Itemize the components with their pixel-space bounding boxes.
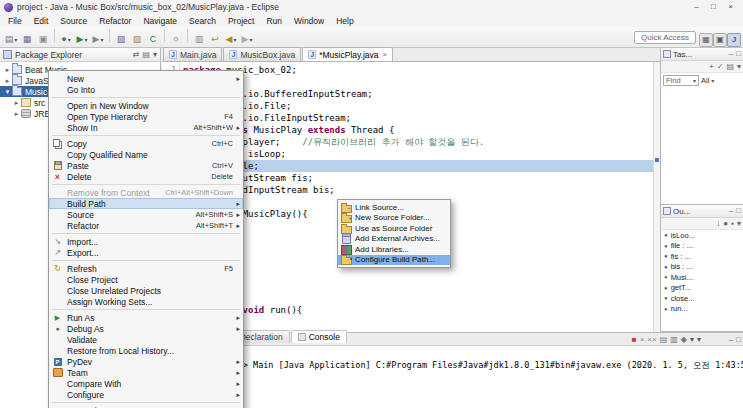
maximize-icon[interactable]: □ bbox=[736, 50, 741, 58]
link-with-editor-icon[interactable]: ⇄ bbox=[133, 51, 140, 59]
menubar-item-search[interactable]: Search bbox=[183, 16, 222, 26]
search-icon[interactable]: ○ bbox=[169, 32, 183, 47]
menu-item-run-as[interactable]: Run As▸ bbox=[49, 312, 243, 323]
run-external-icon[interactable]: ▶▾ bbox=[91, 32, 105, 47]
terminate-icon[interactable]: ■ bbox=[632, 336, 637, 344]
new-task-icon[interactable]: + bbox=[709, 63, 714, 71]
outline-item[interactable]: ●file : ... bbox=[661, 241, 743, 252]
menu-item-import[interactable]: Import... bbox=[49, 236, 243, 247]
menu-item-refresh[interactable]: RefreshF5 bbox=[49, 263, 243, 274]
minimize-icon[interactable]: – bbox=[729, 336, 733, 344]
menubar-item-help[interactable]: Help bbox=[330, 16, 359, 26]
last-edit-location-icon[interactable]: ↩ bbox=[208, 32, 222, 47]
menu-item-compare-with[interactable]: Compare With▸ bbox=[49, 378, 243, 389]
menubar-item-edit[interactable]: Edit bbox=[28, 16, 55, 26]
expand-arrow-icon[interactable]: ▸ bbox=[12, 110, 21, 118]
editor-tab-musicbox-java[interactable]: JMusicBox.java bbox=[223, 47, 301, 61]
maximize-icon[interactable]: □ bbox=[736, 207, 741, 215]
minimize-icon[interactable]: – bbox=[729, 207, 733, 215]
menubar-item-run[interactable]: Run bbox=[260, 16, 288, 26]
submenu-item-link-source[interactable]: →Link Source... bbox=[338, 202, 450, 213]
expand-arrow-icon[interactable]: ▸ bbox=[3, 77, 12, 85]
outline-header[interactable]: Ou... –□ bbox=[661, 205, 743, 218]
menu-item-configure[interactable]: Configure▸ bbox=[49, 389, 243, 400]
outline-item[interactable]: ●bis : ... bbox=[661, 262, 743, 273]
scroll-lock-icon[interactable]: ▥ bbox=[670, 336, 678, 344]
menu-item-copy-qualified-name[interactable]: Copy Qualified Name bbox=[49, 149, 243, 160]
minimize-icon[interactable]: – bbox=[729, 50, 733, 58]
hide-fields-icon[interactable]: ● bbox=[723, 220, 728, 228]
outline-item[interactable]: ●fis : ... bbox=[661, 251, 743, 262]
menu-item-close-project[interactable]: Close Project bbox=[49, 274, 243, 285]
overview-ruler[interactable] bbox=[653, 62, 660, 332]
clear-console-icon[interactable]: ▤ bbox=[660, 336, 668, 344]
run-icon[interactable]: ▶▾ bbox=[75, 32, 89, 47]
save-icon[interactable]: ▦ bbox=[20, 32, 34, 47]
open-console-icon[interactable]: ▾ bbox=[697, 336, 701, 344]
back-icon[interactable]: ◀▾ bbox=[224, 32, 238, 47]
editor-tab-main-java[interactable]: JMain.java bbox=[163, 47, 222, 61]
menubar-item-project[interactable]: Project bbox=[222, 16, 260, 26]
close-tab-icon[interactable]: × bbox=[383, 50, 388, 59]
menu-item-refactor[interactable]: RefactorAlt+Shift+T▸ bbox=[49, 220, 243, 231]
coverage-icon[interactable]: ▥ bbox=[192, 32, 206, 47]
task-list-header[interactable]: Tas... –□ bbox=[661, 48, 743, 61]
java-perspective-icon[interactable]: J bbox=[727, 33, 741, 47]
submenu-item-add-libraries[interactable]: Add Libraries... bbox=[338, 244, 450, 255]
menu-item-delete[interactable]: DeleteDelete bbox=[49, 171, 243, 182]
expand-arrow-icon[interactable]: ▸ bbox=[3, 66, 12, 74]
menu-item-paste[interactable]: PasteCtrl+V bbox=[49, 160, 243, 171]
menu-item-build-path[interactable]: Build Path▸ bbox=[49, 198, 243, 209]
new-icon[interactable]: ▤▾ bbox=[4, 32, 18, 47]
submenu-item-new-source-folder[interactable]: +New Source Folder... bbox=[338, 213, 450, 224]
menu-item-new[interactable]: New▸ bbox=[49, 73, 243, 84]
minimize-icon[interactable]: – bbox=[688, 3, 705, 11]
expand-arrow-icon[interactable]: ▾ bbox=[3, 88, 12, 96]
close-icon[interactable]: × bbox=[722, 3, 739, 11]
task-view-menu-icon[interactable]: ▾ bbox=[737, 63, 741, 71]
menubar-item-window[interactable]: Window bbox=[288, 16, 330, 26]
filter-all-dropdown[interactable]: All bbox=[701, 76, 709, 85]
menu-item-open-in-new-window[interactable]: Open in New Window bbox=[49, 100, 243, 111]
maximize-icon[interactable]: □ bbox=[705, 3, 722, 11]
java-ee-perspective-icon[interactable]: ▣ bbox=[713, 33, 727, 47]
menu-item-open-type-hierarchy[interactable]: Open Type HierarchyF4 bbox=[49, 111, 243, 122]
categorized-icon[interactable]: ▤ bbox=[726, 63, 734, 71]
submenu-item-configure-build-path[interactable]: *Configure Build Path... bbox=[338, 255, 450, 266]
pin-console-icon[interactable]: ◆ bbox=[681, 336, 687, 344]
new-class-icon[interactable]: C bbox=[146, 32, 160, 47]
bottom-tab-console[interactable]: Console bbox=[291, 330, 347, 343]
menu-item-close-unrelated-projects[interactable]: Close Unrelated Projects bbox=[49, 285, 243, 296]
collapse-all-icon[interactable]: ▤ bbox=[142, 51, 150, 59]
menubar-item-source[interactable]: Source bbox=[54, 16, 93, 26]
menu-item-export[interactable]: Export... bbox=[49, 247, 243, 258]
menu-item-debug-as[interactable]: Debug As▸ bbox=[49, 323, 243, 334]
console-output[interactable]: <terminated> Main [Java Application] C:#… bbox=[162, 346, 743, 386]
forward-icon[interactable]: ▶▾ bbox=[240, 32, 254, 47]
new-package-icon[interactable]: ▨ bbox=[130, 32, 144, 47]
menu-item-source[interactable]: SourceAlt+Shift+S▸ bbox=[49, 209, 243, 220]
find-input[interactable]: Find ▾ bbox=[663, 75, 699, 86]
menu-item-validate[interactable]: Validate bbox=[49, 334, 243, 345]
remove-launch-icon[interactable]: × bbox=[640, 336, 645, 344]
expand-arrow-icon[interactable]: ▸ bbox=[12, 99, 21, 107]
outline-item[interactable]: ●close... bbox=[661, 293, 743, 304]
menubar-item-file[interactable]: File bbox=[2, 16, 28, 26]
menu-item-restore-from-local-history[interactable]: Restore from Local History... bbox=[49, 345, 243, 356]
menubar-item-navigate[interactable]: Navigate bbox=[137, 16, 183, 26]
quick-access-box[interactable]: Quick Access bbox=[634, 31, 696, 44]
outline-item[interactable]: ●isLoo... bbox=[661, 230, 743, 241]
outline-item[interactable]: ●Musi... bbox=[661, 272, 743, 283]
outline-view-menu-icon[interactable]: ▾ bbox=[737, 220, 741, 228]
hide-static-icon[interactable]: ▪ bbox=[731, 220, 734, 228]
menu-item-assign-working-sets[interactable]: Assign Working Sets... bbox=[49, 296, 243, 307]
open-perspective-icon[interactable]: ▦ bbox=[699, 33, 713, 47]
submenu-item-add-external-archives[interactable]: Add External Archives... bbox=[338, 234, 450, 245]
menu-item-team[interactable]: Team▸ bbox=[49, 367, 243, 378]
menu-item-pydev[interactable]: PyDev▸ bbox=[49, 356, 243, 367]
display-console-icon[interactable]: ▾ bbox=[690, 336, 694, 344]
new-java-project-icon[interactable]: ▧ bbox=[114, 32, 128, 47]
outline-item[interactable]: ●getT... bbox=[661, 283, 743, 294]
menu-item-go-into[interactable]: Go Into bbox=[49, 84, 243, 95]
view-menu-icon[interactable]: ▾ bbox=[153, 51, 157, 59]
